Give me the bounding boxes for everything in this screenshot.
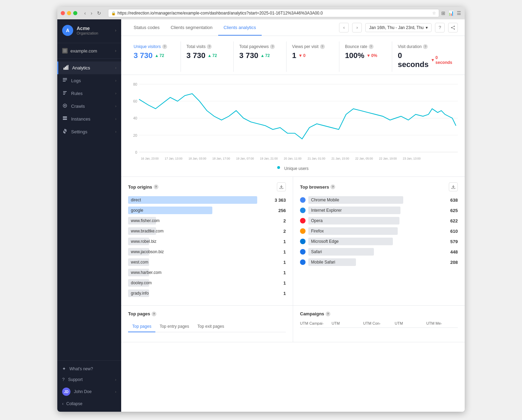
sidebar-item-instances[interactable]: Instances › bbox=[57, 113, 121, 125]
origin-count: 1 bbox=[272, 291, 286, 296]
sidebar-item-rules[interactable]: Rules › bbox=[57, 87, 121, 100]
whats-new-item[interactable]: ✦ What's new? bbox=[57, 363, 121, 374]
vpv-help-icon[interactable]: ? bbox=[320, 44, 325, 49]
org-expand-icon[interactable]: › bbox=[115, 28, 116, 33]
svg-rect-3 bbox=[66, 66, 67, 70]
site-expand-icon[interactable]: › bbox=[115, 48, 116, 53]
prev-period-btn[interactable]: ‹ bbox=[339, 23, 349, 32]
origin-row: www.bradtke.com 2 bbox=[128, 227, 286, 235]
svg-text:22 Jan, 19:00: 22 Jan, 19:00 bbox=[379, 157, 397, 160]
unique-visitors-label: Unique visitors ? bbox=[134, 44, 175, 49]
rules-arrow: › bbox=[115, 92, 116, 95]
origin-bar: google bbox=[128, 207, 212, 214]
pages-help-icon[interactable]: ? bbox=[152, 312, 156, 316]
address-bar[interactable]: 🔒 https://redirection.io/manager/acme/ex… bbox=[108, 9, 439, 17]
origin-bar: www.jacobson.biz bbox=[128, 248, 149, 256]
origin-row: www.harber.com 1 bbox=[128, 269, 286, 276]
br-delta: ▼ 0% bbox=[366, 53, 377, 58]
origin-bar: direct bbox=[128, 196, 257, 204]
svg-text:23 Jan, 13:00: 23 Jan, 13:00 bbox=[403, 157, 421, 160]
browsers-export-btn[interactable] bbox=[449, 182, 458, 191]
user-item[interactable]: JD John Doe › bbox=[57, 385, 121, 399]
menu-icon[interactable]: ☰ bbox=[457, 10, 461, 16]
origin-name: west.com bbox=[131, 260, 148, 265]
date-picker[interactable]: Jan 16th, Thu - Jan 23rd, Thu ▾ bbox=[365, 23, 432, 32]
legend-dot bbox=[277, 166, 280, 169]
browser-forward-btn[interactable]: › bbox=[89, 10, 94, 17]
campaigns-cols: UTM Campai-UTMUTM Con-UTMUTM Me- bbox=[300, 321, 458, 328]
origin-name: www.fisher.com bbox=[131, 218, 160, 223]
date-picker-arrow: ▾ bbox=[426, 25, 428, 30]
help-btn[interactable]: ? bbox=[435, 23, 445, 32]
share-btn[interactable] bbox=[448, 23, 458, 32]
uv-help-icon[interactable]: ? bbox=[162, 44, 167, 49]
sidebar-bottom: ✦ What's new? ? Support › JD John Doe › … bbox=[57, 360, 121, 412]
top-pages-tab[interactable]: Top pages bbox=[128, 321, 155, 332]
vd-value: 0 seconds ▼ 0 seconds bbox=[398, 51, 452, 69]
svg-text:20 Jan, 11:00: 20 Jan, 11:00 bbox=[284, 157, 302, 160]
browser-name: Mobile Safari bbox=[311, 260, 335, 265]
support-item[interactable]: ? Support › bbox=[57, 374, 121, 385]
extensions-icon[interactable]: ⊞ bbox=[441, 10, 445, 16]
campaigns-help-icon[interactable]: ? bbox=[326, 312, 330, 316]
bookmarks-icon[interactable]: 📊 bbox=[448, 10, 454, 16]
rules-label: Rules bbox=[71, 91, 112, 96]
collapse-icon: ‹ bbox=[62, 401, 64, 406]
campaign-col-header: UTM Con- bbox=[363, 321, 395, 325]
sidebar-item-crawls[interactable]: Crawls › bbox=[57, 100, 121, 113]
browser-reload-btn[interactable]: ↻ bbox=[96, 10, 103, 17]
total-pageviews-value: 3 730 ▲ 72 bbox=[239, 51, 281, 60]
vd-help-icon[interactable]: ? bbox=[423, 44, 428, 49]
browser-bar: Internet Explorer bbox=[308, 207, 400, 214]
top-pages-title: Top pages ? bbox=[128, 311, 156, 316]
browser-name-wrap: Safari bbox=[308, 248, 444, 256]
vpv-label: Views per visit ? bbox=[292, 44, 334, 49]
tab-status-codes[interactable]: Status codes bbox=[128, 20, 165, 36]
stat-bounce-rate: Bounce rate ? 100% ▼ 0% bbox=[339, 41, 392, 72]
origins-help-icon[interactable]: ? bbox=[154, 184, 158, 189]
sidebar-item-logs[interactable]: Logs › bbox=[57, 74, 121, 87]
browser-icon bbox=[300, 249, 306, 255]
tabs-actions: ‹ › Jan 16th, Thu - Jan 23rd, Thu ▾ ? bbox=[339, 23, 458, 32]
sidebar-item-settings[interactable]: Settings › bbox=[57, 125, 121, 138]
top-pages-tab[interactable]: Top exit pages bbox=[193, 321, 228, 332]
org-sub: Organization bbox=[77, 31, 98, 35]
svg-text:40: 40 bbox=[133, 116, 137, 120]
instances-label: Instances bbox=[71, 116, 112, 122]
tab-clients-segmentation[interactable]: Clients segmentation bbox=[165, 20, 218, 36]
top-pages-tab[interactable]: Top entry pages bbox=[155, 321, 193, 332]
origin-bar-wrap: www.jacobson.biz bbox=[128, 248, 269, 256]
origin-bar: www.bradtke.com bbox=[128, 227, 156, 235]
svg-text:80: 80 bbox=[133, 82, 137, 86]
chart-legend: Unique users bbox=[128, 166, 458, 171]
origin-bar-wrap: west.com bbox=[128, 258, 269, 266]
browser-row: Microsoft Edge 579 bbox=[300, 238, 458, 245]
browser-back-btn[interactable]: ‹ bbox=[83, 10, 87, 17]
browser-icon bbox=[300, 239, 306, 244]
origin-row: grady.info 1 bbox=[128, 289, 286, 297]
sidebar-item-analytics[interactable]: Analytics › bbox=[57, 61, 121, 74]
origin-name: www.harber.com bbox=[131, 270, 162, 275]
br-help-icon[interactable]: ? bbox=[369, 44, 374, 49]
collapse-btn[interactable]: ‹ Collapse bbox=[57, 399, 121, 409]
tv-help-icon[interactable]: ? bbox=[207, 44, 212, 49]
next-period-btn[interactable]: › bbox=[352, 23, 362, 32]
top-origins-title: Top origins ? bbox=[128, 184, 158, 190]
campaign-col-header: UTM Campai- bbox=[300, 321, 331, 325]
tp-help-icon[interactable]: ? bbox=[270, 44, 275, 49]
origins-export-btn[interactable] bbox=[277, 182, 286, 191]
sidebar-site[interactable]: example.com › bbox=[57, 45, 121, 57]
browser-name: Microsoft Edge bbox=[311, 239, 339, 244]
browser-count: 579 bbox=[444, 239, 458, 244]
stat-visit-duration: Visit duration ? 0 seconds ▼ 0 seconds bbox=[392, 41, 458, 72]
br-label: Bounce rate ? bbox=[345, 44, 386, 49]
browser-close-btn[interactable] bbox=[61, 11, 65, 15]
browser-max-btn[interactable] bbox=[73, 11, 77, 15]
browser-min-btn[interactable] bbox=[67, 11, 71, 15]
origin-count: 1 bbox=[272, 270, 286, 275]
svg-text:60: 60 bbox=[133, 99, 137, 103]
browsers-help-icon[interactable]: ? bbox=[330, 184, 335, 189]
browser-count: 638 bbox=[444, 198, 458, 203]
user-avatar: JD bbox=[62, 388, 70, 396]
tab-clients-analytics[interactable]: Clients analytics bbox=[218, 20, 262, 36]
